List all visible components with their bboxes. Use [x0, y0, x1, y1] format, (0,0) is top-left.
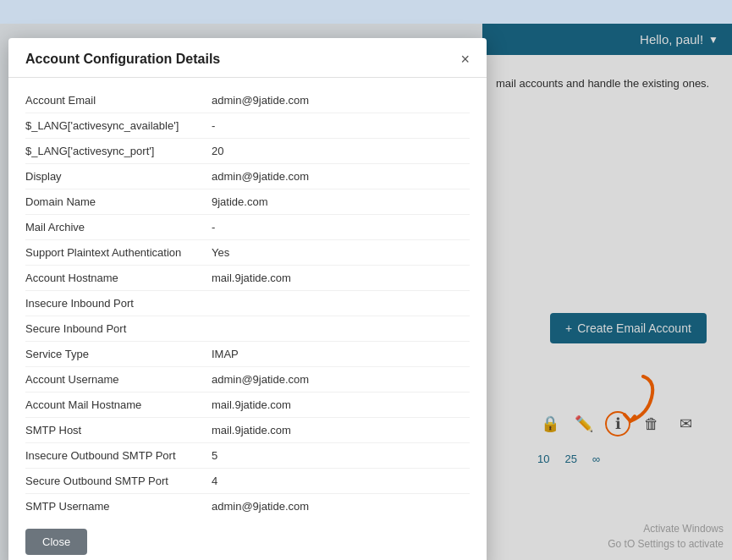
detail-label: Account Mail Hostname	[25, 398, 212, 411]
modal-close-button[interactable]: ×	[460, 52, 470, 67]
detail-value: admin@9jatide.com	[212, 94, 309, 107]
detail-value: 9jatide.com	[212, 195, 267, 208]
detail-value: IMAP	[212, 348, 239, 360]
detail-value: mail.9jatide.com	[212, 272, 291, 284]
detail-label: Secure Inbound Port	[25, 322, 212, 335]
detail-label: SMTP Username	[25, 500, 212, 513]
detail-value: Yes	[212, 246, 229, 259]
detail-label: Account Username	[25, 373, 212, 386]
detail-label: Mail Archive	[25, 221, 212, 233]
detail-label: Service Type	[25, 348, 212, 360]
detail-label: Domain Name	[25, 195, 212, 208]
detail-label: Secure Outbound SMTP Port	[25, 475, 212, 487]
detail-row: Support Plaintext Authentication Yes	[25, 240, 470, 266]
detail-value: 20	[212, 145, 223, 157]
detail-row: Insecure Inbound Port	[25, 291, 470, 316]
detail-value: 4	[212, 475, 217, 487]
detail-row: Display admin@9jatide.com	[25, 164, 470, 189]
detail-row: Domain Name 9jatide.com	[25, 189, 470, 215]
detail-label: SMTP Host	[25, 424, 212, 436]
detail-row: SMTP Host mail.9jatide.com	[25, 418, 470, 443]
detail-row: Secure Inbound Port	[25, 316, 470, 342]
modal-header: Account Configuration Details ×	[8, 38, 487, 78]
modal-title: Account Configuration Details	[25, 52, 220, 67]
detail-label: Support Plaintext Authentication	[25, 246, 212, 259]
modal-dialog: Account Configuration Details × Account …	[8, 38, 487, 560]
detail-label: Insecure Outbound SMTP Port	[25, 449, 212, 462]
detail-value: mail.9jatide.com	[212, 398, 291, 411]
detail-row: Insecure Outbound SMTP Port 5	[25, 443, 470, 469]
detail-value: admin@9jatide.com	[212, 373, 309, 386]
detail-label: $_LANG['activesync_port']	[25, 145, 212, 157]
detail-label: Display	[25, 170, 212, 183]
detail-row: Account Username admin@9jatide.com	[25, 367, 470, 393]
detail-label: Account Hostname	[25, 272, 212, 284]
detail-value: 5	[212, 449, 217, 462]
detail-value: admin@9jatide.com	[212, 500, 309, 513]
modal-footer: Close	[8, 519, 487, 555]
detail-row: Service Type IMAP	[25, 342, 470, 367]
detail-row: Mail Archive -	[25, 215, 470, 240]
detail-value: -	[212, 221, 215, 233]
top-bar	[0, 0, 732, 24]
detail-value: -	[212, 119, 215, 132]
detail-value: mail.9jatide.com	[212, 424, 291, 436]
detail-label: $_LANG['activesync_available']	[25, 119, 212, 132]
detail-row: $_LANG['activesync_available'] -	[25, 113, 470, 139]
detail-row: Account Email admin@9jatide.com	[25, 88, 470, 113]
modal-body: Account Email admin@9jatide.com $_LANG['…	[8, 78, 487, 519]
detail-row: SMTP Username admin@9jatide.com	[25, 494, 470, 519]
detail-label: Account Email	[25, 94, 212, 107]
detail-row: Secure Outbound SMTP Port 4	[25, 469, 470, 494]
modal-close-btn[interactable]: Close	[25, 529, 87, 555]
detail-row: Account Hostname mail.9jatide.com	[25, 266, 470, 291]
detail-label: Insecure Inbound Port	[25, 297, 212, 310]
detail-value: admin@9jatide.com	[212, 170, 309, 183]
detail-row: $_LANG['activesync_port'] 20	[25, 139, 470, 164]
detail-row: Account Mail Hostname mail.9jatide.com	[25, 393, 470, 418]
